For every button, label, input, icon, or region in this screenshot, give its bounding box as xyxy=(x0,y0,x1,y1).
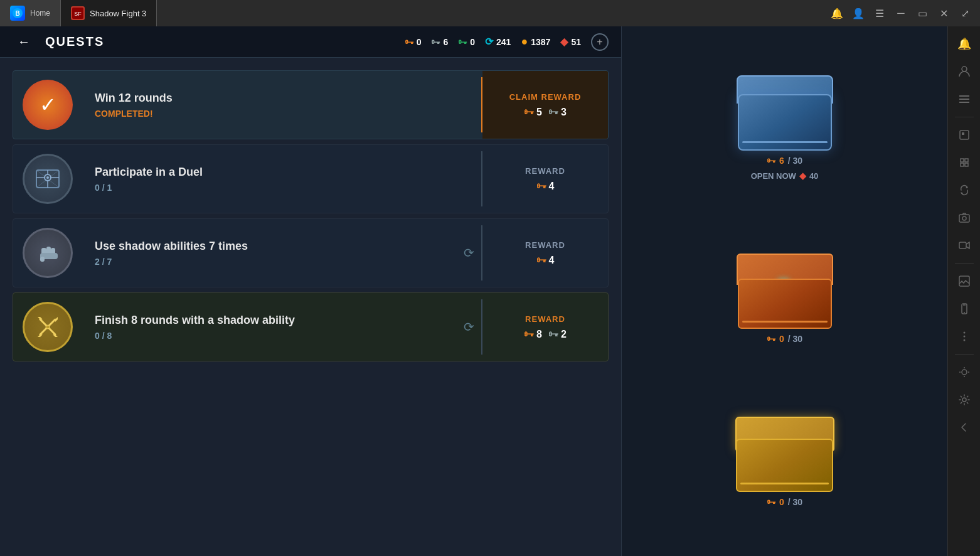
svg-rect-33 xyxy=(959,242,966,249)
bs-icon-5[interactable] xyxy=(952,150,977,175)
svg-rect-31 xyxy=(959,215,969,222)
quest-subtitle-4: 0 / 8 xyxy=(95,331,444,341)
bs-divider-3 xyxy=(955,354,974,355)
reward-label-4: REWARD xyxy=(525,314,565,324)
bluestacks-icon: B xyxy=(10,6,25,21)
svg-rect-26 xyxy=(959,95,969,97)
add-resources-button[interactable]: + xyxy=(591,33,609,51)
maximize-btn[interactable]: ▭ xyxy=(912,3,932,23)
key-icon-blue: 🗝 xyxy=(767,156,775,166)
key-orange-value: 0 xyxy=(417,37,422,47)
game-tab[interactable]: SF Shadow Fight 3 xyxy=(61,0,157,26)
chest-item-gold[interactable]: 🗝 0 / 30 xyxy=(735,417,835,507)
chest-blue-current: 6 xyxy=(779,156,784,166)
quest-reward-area-4: REWARD 🗝 8 🗝 2 xyxy=(482,293,608,361)
svg-text:SF: SF xyxy=(74,11,82,17)
cyan-icon: ⟳ xyxy=(485,36,493,48)
resource-gem: ◆ 51 xyxy=(560,36,581,48)
bs-icon-video[interactable] xyxy=(952,233,977,258)
svg-rect-28 xyxy=(959,102,969,103)
svg-point-38 xyxy=(963,332,965,334)
key-gray-icon: 🗝 xyxy=(431,37,440,47)
menu-btn[interactable]: ☰ xyxy=(870,3,890,23)
quest-subtitle-1: COMPLETED! xyxy=(95,109,469,119)
svg-rect-30 xyxy=(962,132,964,135)
chest-item-orange[interactable]: 🗝 0 / 30 xyxy=(735,254,835,344)
bs-icon-camera[interactable] xyxy=(952,205,977,230)
resource-key-orange: 🗝 0 xyxy=(405,37,422,47)
bs-icon-back[interactable] xyxy=(952,415,977,440)
quest-item-3: Use shadow abilities 7 times 2 / 7 ⟳ REW… xyxy=(13,218,609,287)
svg-point-32 xyxy=(962,217,966,220)
reward-key-4a: 🗝 8 xyxy=(524,329,542,340)
chest-blue-stripe xyxy=(742,141,828,143)
close-btn[interactable]: ✕ xyxy=(934,3,954,23)
chest-gold-keys: 🗝 0 / 30 xyxy=(767,497,802,507)
bs-icon-3[interactable] xyxy=(952,87,977,112)
chest-item-blue[interactable]: 🗝 6 / 30 OPEN NOW ◆ 40 xyxy=(735,75,835,181)
bluestacks-tab[interactable]: B Home xyxy=(0,0,61,26)
bs-icon-phone[interactable] xyxy=(952,296,977,321)
svg-text:B: B xyxy=(15,10,19,17)
quest-content-3: Use shadow abilities 7 times 2 / 7 xyxy=(82,219,456,287)
bs-icon-2[interactable] xyxy=(952,59,977,84)
chest-blue-open-button[interactable]: OPEN NOW ◆ 40 xyxy=(751,171,819,181)
claim-reward-button[interactable]: CLAIM REWARD 🗝 5 🗝 3 xyxy=(482,71,608,139)
bs-icon-1[interactable]: 🔔 xyxy=(952,31,977,56)
cyan-value: 241 xyxy=(496,37,511,47)
key-gray-value: 6 xyxy=(443,37,448,47)
bs-icon-rotate[interactable] xyxy=(952,178,977,203)
reward-count-1a: 5 xyxy=(536,107,542,118)
quest-refresh-4[interactable]: ⟳ xyxy=(456,293,481,361)
quest-refresh-3[interactable]: ⟳ xyxy=(456,219,481,287)
reward-count-3: 4 xyxy=(549,255,555,266)
quest-reward-area-3: REWARD 🗝 4 xyxy=(482,219,608,287)
svg-point-25 xyxy=(962,67,967,72)
quests-list: ✓ Win 12 rounds COMPLETED! CLAIM REWARD … xyxy=(0,58,621,556)
game-area: ← QUESTS 🗝 0 🗝 6 🗝 0 ⟳ 241 xyxy=(0,26,980,556)
chest-gold-separator: / 30 xyxy=(788,497,802,507)
key-icon-4a: 🗝 xyxy=(524,329,534,340)
key-orange-icon: 🗝 xyxy=(405,37,413,47)
claim-reward-label: CLAIM REWARD xyxy=(509,92,582,102)
gem-icon-blue: ◆ xyxy=(799,171,806,181)
quest-icon-area-3 xyxy=(13,219,82,287)
quest-subtitle-2: 0 / 1 xyxy=(95,183,469,193)
notification-btn[interactable]: 🔔 xyxy=(827,3,847,23)
svg-point-39 xyxy=(963,336,965,338)
back-button[interactable]: ← xyxy=(13,31,35,53)
title-bar-controls: 🔔 👤 ☰ ─ ▭ ✕ ⤢ xyxy=(827,0,980,26)
gem-icon: ◆ xyxy=(560,36,568,48)
svg-marker-21 xyxy=(38,334,43,337)
bs-icon-4[interactable] xyxy=(952,122,977,147)
reward-count-2: 4 xyxy=(549,181,555,192)
svg-rect-27 xyxy=(959,99,969,100)
restore-btn[interactable]: ⤢ xyxy=(955,3,975,23)
key-icon-orange-chest: 🗝 xyxy=(767,334,775,344)
page-title: QUESTS xyxy=(45,35,405,49)
bs-divider-2 xyxy=(955,263,974,264)
bs-icon-gallery[interactable] xyxy=(952,269,977,294)
quest-icon-area-4 xyxy=(13,293,82,361)
game-tab-icon: SF xyxy=(71,6,85,20)
account-btn[interactable]: 👤 xyxy=(848,3,868,23)
minimize-btn[interactable]: ─ xyxy=(891,3,911,23)
bluestacks-sidebar: 🔔 xyxy=(947,26,980,556)
bs-icon-settings[interactable] xyxy=(952,387,977,412)
header-resources: 🗝 0 🗝 6 🗝 0 ⟳ 241 ● 1387 xyxy=(405,33,609,51)
bs-icon-brightness[interactable] xyxy=(952,360,977,385)
quest-completed-icon: ✓ xyxy=(23,80,73,130)
bs-icon-more[interactable] xyxy=(952,324,977,349)
gold-value: 1387 xyxy=(531,37,550,47)
resource-key-gray: 🗝 6 xyxy=(431,37,448,47)
quest-swords-icon xyxy=(23,302,73,352)
chest-orange-current: 0 xyxy=(779,334,784,344)
resource-cyan: ⟳ 241 xyxy=(485,36,511,48)
quest-content-4: Finish 8 rounds with a shadow ability 0 … xyxy=(82,293,456,361)
key-green-value: 0 xyxy=(470,37,475,47)
svg-rect-17 xyxy=(40,257,45,262)
quest-item-1[interactable]: ✓ Win 12 rounds COMPLETED! CLAIM REWARD … xyxy=(13,70,609,139)
svg-point-8 xyxy=(46,176,49,179)
key-icon-3: 🗝 xyxy=(536,255,546,266)
reward-keys-3: 🗝 4 xyxy=(536,255,555,266)
